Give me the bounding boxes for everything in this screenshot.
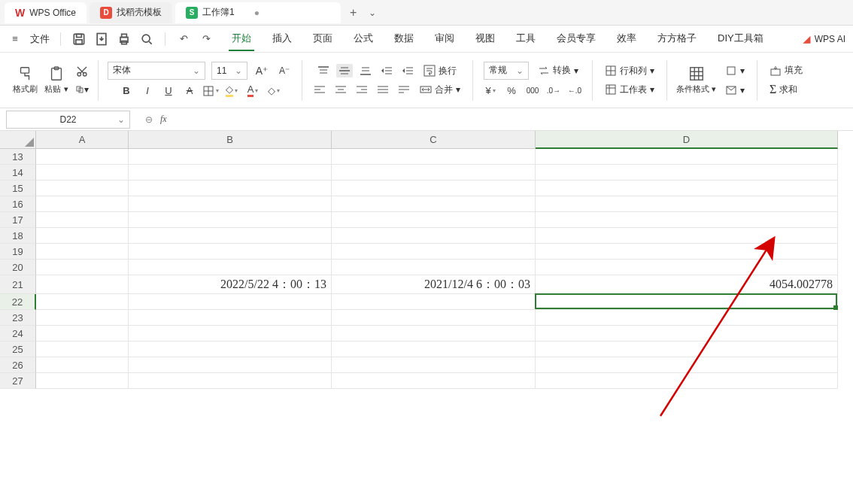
menu-tab-data[interactable]: 数据: [391, 27, 417, 51]
select-all-corner[interactable]: [0, 131, 36, 149]
tab-menu-button[interactable]: ⌄: [363, 8, 382, 18]
wrap-text-button[interactable]: 换行: [420, 63, 460, 79]
cell[interactable]: [129, 342, 332, 357]
cell[interactable]: [536, 228, 838, 244]
cell[interactable]: 2022/5/22 4：00：13: [129, 275, 332, 294]
row-header[interactable]: 26: [0, 357, 36, 373]
row-header[interactable]: 22: [0, 294, 36, 310]
cells-area[interactable]: 2022/5/22 4：00：132021/12/4 6：00：034054.0…: [36, 149, 838, 389]
cell[interactable]: [36, 149, 129, 165]
print-icon[interactable]: [117, 32, 132, 47]
app-tab-workbook[interactable]: S 工作簿1 ●: [175, 2, 341, 23]
row-header[interactable]: 15: [0, 181, 36, 196]
worksheet-button[interactable]: 工作表 ▾: [602, 82, 657, 98]
cell[interactable]: [36, 260, 129, 275]
menu-tab-diy[interactable]: DIY工具箱: [715, 27, 766, 51]
italic-button[interactable]: I: [139, 83, 156, 99]
font-color-button[interactable]: A: [244, 83, 261, 99]
align-middle-icon[interactable]: [336, 64, 353, 77]
cell[interactable]: [36, 310, 129, 326]
row-header[interactable]: 14: [0, 165, 36, 181]
cell[interactable]: [129, 196, 332, 212]
row-header[interactable]: 21: [0, 275, 36, 294]
row-header[interactable]: 16: [0, 196, 36, 212]
formula-input[interactable]: [175, 111, 853, 128]
row-header[interactable]: 27: [0, 373, 36, 389]
percent-button[interactable]: %: [503, 83, 520, 99]
cell[interactable]: [332, 357, 536, 373]
app-tab-wps[interactable]: W WPS Office: [5, 2, 87, 23]
cell[interactable]: [332, 165, 536, 181]
cell[interactable]: [36, 228, 129, 244]
cell[interactable]: [332, 326, 536, 342]
row-header[interactable]: 23: [0, 310, 36, 326]
increase-font-icon[interactable]: A⁺: [253, 62, 270, 79]
comma-button[interactable]: 000: [524, 83, 541, 99]
col-header-D[interactable]: D: [536, 131, 838, 149]
col-header-B[interactable]: B: [129, 131, 332, 149]
underline-button[interactable]: U: [160, 83, 177, 99]
cell[interactable]: [536, 165, 838, 181]
export-icon[interactable]: [94, 32, 109, 47]
cell[interactable]: [129, 294, 332, 310]
align-bottom-icon[interactable]: [357, 64, 374, 77]
cell-style-button[interactable]: ▾: [722, 63, 748, 78]
cell[interactable]: [332, 244, 536, 260]
cell[interactable]: [36, 212, 129, 228]
cell[interactable]: [536, 310, 838, 326]
menu-tab-tools[interactable]: 工具: [513, 27, 539, 51]
menu-tab-review[interactable]: 审阅: [432, 27, 457, 51]
row-header[interactable]: 24: [0, 326, 36, 342]
increase-decimal-button[interactable]: .0→: [545, 83, 562, 99]
cell[interactable]: [332, 342, 536, 357]
cell[interactable]: [332, 212, 536, 228]
cell[interactable]: [332, 310, 536, 326]
cell[interactable]: [536, 244, 838, 260]
cell[interactable]: [536, 342, 838, 357]
decrease-indent-icon[interactable]: [378, 64, 395, 77]
cell[interactable]: [129, 181, 332, 196]
cell[interactable]: [332, 228, 536, 244]
cell[interactable]: [129, 149, 332, 165]
cell[interactable]: [36, 357, 129, 373]
cell[interactable]: [129, 357, 332, 373]
cell[interactable]: [129, 373, 332, 389]
cell[interactable]: [536, 326, 838, 342]
rowcol-button[interactable]: 行和列 ▾: [602, 63, 657, 79]
name-box[interactable]: D22: [6, 111, 130, 129]
decrease-font-icon[interactable]: A⁻: [276, 62, 293, 79]
col-header-A[interactable]: A: [36, 131, 129, 149]
row-header[interactable]: 18: [0, 228, 36, 244]
font-size-select[interactable]: 11⌄: [211, 62, 247, 80]
cell[interactable]: [129, 326, 332, 342]
increase-indent-icon[interactable]: [399, 64, 416, 77]
menu-tab-view[interactable]: 视图: [472, 27, 498, 51]
cell[interactable]: [536, 149, 838, 165]
decrease-decimal-button[interactable]: ←.0: [566, 83, 583, 99]
paste-button[interactable]: 粘贴 ▾: [44, 65, 69, 95]
border-button[interactable]: [202, 83, 219, 99]
fill-button[interactable]: 填充: [766, 62, 806, 78]
cell[interactable]: [129, 260, 332, 275]
undo-icon[interactable]: ↶: [176, 32, 191, 47]
cell[interactable]: [36, 181, 129, 196]
cell[interactable]: [129, 165, 332, 181]
cell[interactable]: [36, 294, 129, 310]
cut-icon[interactable]: [75, 65, 89, 78]
copy-icon[interactable]: ▾: [75, 83, 89, 96]
cell[interactable]: 2021/12/4 6：00：03: [332, 275, 536, 294]
menu-tab-formula[interactable]: 公式: [351, 27, 376, 51]
bold-button[interactable]: B: [118, 83, 135, 99]
conditional-format-button[interactable]: 条件格式 ▾: [676, 65, 716, 95]
align-right-icon[interactable]: [354, 83, 370, 96]
col-header-C[interactable]: C: [332, 131, 536, 149]
cell[interactable]: [536, 260, 838, 275]
convert-button[interactable]: 转换 ▾: [535, 62, 581, 78]
file-menu[interactable]: 文件: [30, 32, 50, 46]
wps-ai-button[interactable]: WPS AI: [815, 34, 845, 44]
preview-icon[interactable]: [139, 32, 154, 47]
cell[interactable]: [129, 310, 332, 326]
menu-icon[interactable]: ≡: [8, 32, 23, 47]
cell[interactable]: [36, 275, 129, 294]
table-style-button[interactable]: ▾: [722, 83, 748, 98]
